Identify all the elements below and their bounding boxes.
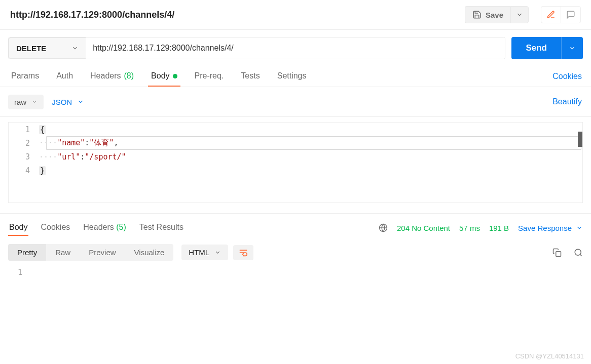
- title-actions: Save: [465, 6, 581, 23]
- view-preview[interactable]: Preview: [80, 244, 125, 261]
- save-group: Save: [465, 6, 529, 23]
- edit-icon[interactable]: [541, 7, 561, 23]
- cookies-link[interactable]: Cookies: [551, 67, 583, 86]
- body-dirty-dot: [173, 74, 177, 78]
- send-button[interactable]: Send: [511, 37, 561, 59]
- svg-point-4: [575, 249, 581, 255]
- page-title: http://192.168.17.129:8000/channels/4/: [10, 10, 174, 20]
- body-format-bar: raw JSON Beautify: [0, 87, 591, 117]
- line-number: 3: [9, 152, 39, 161]
- code-line: ····"url":"/sport/": [39, 152, 126, 161]
- method-selector[interactable]: DELETE: [9, 37, 86, 59]
- tab-tests[interactable]: Tests: [238, 66, 263, 87]
- request-body-editor[interactable]: 1 { 2 ····"name":"体育", 3 ····"url":"/spo…: [8, 122, 583, 203]
- request-bar: DELETE Send: [0, 30, 591, 64]
- status-code: 204 No Content: [397, 224, 450, 232]
- tab-prereq[interactable]: Pre-req.: [192, 66, 227, 87]
- chevron-down-icon: [31, 99, 38, 105]
- svg-rect-3: [556, 251, 561, 256]
- method-label: DELETE: [16, 44, 46, 53]
- status-size: 191 B: [489, 224, 509, 232]
- tab-body[interactable]: Body: [148, 66, 180, 87]
- save-label: Save: [486, 11, 503, 19]
- res-headers-label: Headers: [83, 223, 114, 231]
- response-format-selector[interactable]: HTML: [181, 245, 228, 260]
- line-number: 4: [9, 166, 39, 175]
- url-group: DELETE: [8, 37, 505, 59]
- send-group: Send: [511, 37, 583, 59]
- comment-icon[interactable]: [561, 7, 580, 23]
- response-body[interactable]: 1: [0, 266, 591, 279]
- body-lang-selector[interactable]: JSON: [52, 98, 84, 106]
- globe-icon[interactable]: [379, 223, 388, 232]
- line-number: 1: [9, 125, 39, 134]
- tab-params[interactable]: Params: [8, 66, 42, 87]
- save-response-label: Save Response: [518, 224, 572, 232]
- watermark: CSDN @YZL40514131: [515, 352, 584, 360]
- line-number: 2: [9, 139, 39, 148]
- response-bar: Body Cookies Headers (5) Test Results 20…: [0, 213, 591, 239]
- request-tabs: Params Auth Headers (8) Body Pre-req. Te…: [0, 64, 591, 87]
- save-dropdown[interactable]: [510, 6, 529, 23]
- response-line: 1: [8, 266, 583, 279]
- status-time: 57 ms: [459, 224, 480, 232]
- save-button[interactable]: Save: [465, 6, 510, 23]
- tab-auth[interactable]: Auth: [53, 66, 76, 87]
- response-format-label: HTML: [189, 248, 209, 257]
- right-icon-group: [541, 6, 581, 23]
- svg-line-5: [580, 254, 581, 256]
- tab-headers[interactable]: Headers (8): [87, 66, 137, 87]
- status-area: 204 No Content 57 ms 191 B Save Response: [379, 223, 583, 232]
- body-lang-label: JSON: [52, 98, 72, 106]
- response-tools: [552, 248, 583, 257]
- beautify-link[interactable]: Beautify: [551, 92, 583, 111]
- wrap-lines-button[interactable]: [233, 245, 253, 260]
- res-headers-count: (5): [116, 223, 126, 231]
- view-raw[interactable]: Raw: [46, 244, 80, 261]
- send-dropdown[interactable]: [561, 37, 583, 59]
- titlebar: http://192.168.17.129:8000/channels/4/ S…: [0, 0, 591, 30]
- body-type-label: raw: [14, 98, 26, 106]
- view-segment: Pretty Raw Preview Visualize: [8, 244, 173, 261]
- code-line: {: [39, 125, 46, 134]
- scrollbar-indicator: [578, 132, 583, 147]
- headers-count: (8): [124, 71, 134, 80]
- url-input[interactable]: [86, 37, 505, 59]
- search-icon[interactable]: [574, 248, 583, 257]
- body-type-selector[interactable]: raw: [8, 95, 44, 109]
- res-tab-body[interactable]: Body: [8, 220, 28, 236]
- copy-icon[interactable]: [552, 248, 562, 257]
- view-visualize[interactable]: Visualize: [125, 244, 174, 261]
- body-label: Body: [151, 71, 169, 80]
- save-response[interactable]: Save Response: [518, 224, 583, 232]
- chevron-down-icon: [576, 224, 583, 231]
- response-subbar: Pretty Raw Preview Visualize HTML: [0, 239, 591, 266]
- view-pretty[interactable]: Pretty: [8, 244, 46, 261]
- save-icon: [472, 10, 482, 19]
- chevron-down-icon: [71, 45, 79, 52]
- tab-settings[interactable]: Settings: [274, 66, 310, 87]
- res-tab-tests[interactable]: Test Results: [138, 220, 184, 236]
- res-tab-headers[interactable]: Headers (5): [82, 220, 127, 236]
- chevron-down-icon: [214, 249, 221, 256]
- code-line: ····"name":"体育",: [39, 138, 118, 148]
- chevron-down-icon: [77, 98, 84, 105]
- code-line: }: [39, 166, 46, 175]
- headers-label: Headers: [90, 71, 121, 80]
- line-number: 1: [8, 268, 29, 277]
- res-tab-cookies[interactable]: Cookies: [40, 220, 71, 236]
